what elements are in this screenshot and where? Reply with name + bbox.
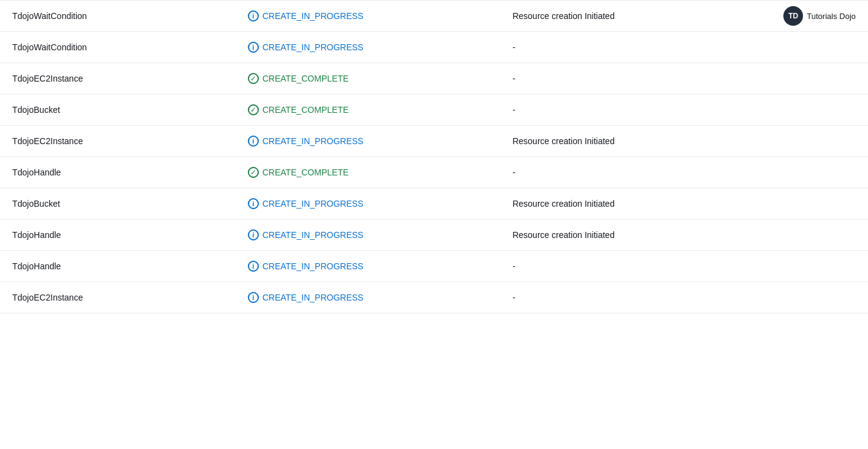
logo-icon: TD bbox=[783, 6, 803, 26]
status-cell: ✓ CREATE_COMPLETE bbox=[236, 94, 501, 126]
status-label: CREATE_IN_PROGRESS bbox=[263, 199, 364, 209]
table-row: TdojoBucket i CREATE_IN_PROGRESS Resourc… bbox=[0, 188, 868, 220]
status-label: CREATE_IN_PROGRESS bbox=[263, 261, 364, 271]
status-label: CREATE_IN_PROGRESS bbox=[263, 230, 364, 240]
events-table: TdojoWaitCondition i CREATE_IN_PROGRESS … bbox=[0, 0, 868, 313]
reason-cell: - bbox=[500, 94, 868, 126]
status-badge: i CREATE_IN_PROGRESS bbox=[248, 136, 364, 147]
status-badge: ✓ CREATE_COMPLETE bbox=[248, 104, 349, 115]
status-cell: i CREATE_IN_PROGRESS bbox=[236, 188, 501, 220]
logical-id-cell: TdojoHandle bbox=[0, 220, 236, 251]
logical-id-cell: TdojoEC2Instance bbox=[0, 63, 236, 94]
logical-id-cell: TdojoBucket bbox=[0, 188, 236, 220]
reason-cell: - bbox=[500, 63, 868, 94]
status-cell: i CREATE_IN_PROGRESS bbox=[236, 220, 501, 251]
table-row: TdojoBucket ✓ CREATE_COMPLETE - bbox=[0, 94, 868, 126]
status-label: CREATE_COMPLETE bbox=[263, 74, 349, 83]
reason-cell: Resource creation Initiated bbox=[500, 220, 868, 251]
table-row: TdojoEC2Instance i CREATE_IN_PROGRESS Re… bbox=[0, 126, 868, 157]
reason-cell: - bbox=[500, 32, 868, 63]
status-label: CREATE_IN_PROGRESS bbox=[263, 42, 364, 52]
table-row: TdojoHandle i CREATE_IN_PROGRESS - bbox=[0, 251, 868, 282]
main-container: TD Tutorials Dojo TdojoWaitCondition i C… bbox=[0, 0, 868, 449]
table-row: TdojoHandle i CREATE_IN_PROGRESS Resourc… bbox=[0, 220, 868, 251]
complete-icon: ✓ bbox=[248, 167, 259, 178]
table-row: TdojoWaitCondition i CREATE_IN_PROGRESS … bbox=[0, 1, 868, 32]
status-label: CREATE_COMPLETE bbox=[263, 105, 349, 115]
status-cell: i CREATE_IN_PROGRESS bbox=[236, 282, 501, 313]
info-icon: i bbox=[248, 261, 259, 272]
status-badge: i CREATE_IN_PROGRESS bbox=[248, 292, 364, 303]
logo-text: Tutorials Dojo bbox=[807, 12, 856, 21]
logical-id-cell: TdojoEC2Instance bbox=[0, 126, 236, 157]
status-label: CREATE_IN_PROGRESS bbox=[263, 136, 364, 146]
info-icon: i bbox=[248, 136, 259, 147]
logical-id-cell: TdojoEC2Instance bbox=[0, 282, 236, 313]
status-label: CREATE_IN_PROGRESS bbox=[263, 11, 364, 21]
reason-cell: - bbox=[500, 157, 868, 188]
logo-badge: TD Tutorials Dojo bbox=[783, 6, 856, 26]
status-cell: ✓ CREATE_COMPLETE bbox=[236, 63, 501, 94]
info-icon: i bbox=[248, 42, 259, 53]
status-cell: i CREATE_IN_PROGRESS bbox=[236, 1, 501, 32]
reason-cell: - bbox=[500, 282, 868, 313]
logical-id-cell: TdojoHandle bbox=[0, 157, 236, 188]
status-badge: ✓ CREATE_COMPLETE bbox=[248, 167, 349, 178]
reason-cell: - bbox=[500, 251, 868, 282]
status-badge: ✓ CREATE_COMPLETE bbox=[248, 73, 349, 84]
logical-id-cell: TdojoBucket bbox=[0, 94, 236, 126]
status-badge: i CREATE_IN_PROGRESS bbox=[248, 229, 364, 240]
table-row: TdojoWaitCondition i CREATE_IN_PROGRESS … bbox=[0, 32, 868, 63]
status-cell: i CREATE_IN_PROGRESS bbox=[236, 251, 501, 282]
status-badge: i CREATE_IN_PROGRESS bbox=[248, 42, 364, 53]
table-row: TdojoEC2Instance i CREATE_IN_PROGRESS - bbox=[0, 282, 868, 313]
status-badge: i CREATE_IN_PROGRESS bbox=[248, 198, 364, 209]
info-icon: i bbox=[248, 198, 259, 209]
reason-cell: Resource creation Initiated bbox=[500, 126, 868, 157]
status-badge: i CREATE_IN_PROGRESS bbox=[248, 10, 364, 21]
status-label: CREATE_IN_PROGRESS bbox=[263, 293, 364, 302]
logical-id-cell: TdojoWaitCondition bbox=[0, 1, 236, 32]
status-cell: i CREATE_IN_PROGRESS bbox=[236, 126, 501, 157]
status-cell: i CREATE_IN_PROGRESS bbox=[236, 32, 501, 63]
logical-id-cell: TdojoWaitCondition bbox=[0, 32, 236, 63]
complete-icon: ✓ bbox=[248, 73, 259, 84]
info-icon: i bbox=[248, 10, 259, 21]
info-icon: i bbox=[248, 292, 259, 303]
status-label: CREATE_COMPLETE bbox=[263, 167, 349, 177]
table-row: TdojoHandle ✓ CREATE_COMPLETE - bbox=[0, 157, 868, 188]
table-row: TdojoEC2Instance ✓ CREATE_COMPLETE - bbox=[0, 63, 868, 94]
status-cell: ✓ CREATE_COMPLETE bbox=[236, 157, 501, 188]
logo-initials: TD bbox=[788, 12, 798, 20]
info-icon: i bbox=[248, 229, 259, 240]
status-badge: i CREATE_IN_PROGRESS bbox=[248, 261, 364, 272]
reason-cell: Resource creation Initiated bbox=[500, 188, 868, 220]
complete-icon: ✓ bbox=[248, 104, 259, 115]
logical-id-cell: TdojoHandle bbox=[0, 251, 236, 282]
